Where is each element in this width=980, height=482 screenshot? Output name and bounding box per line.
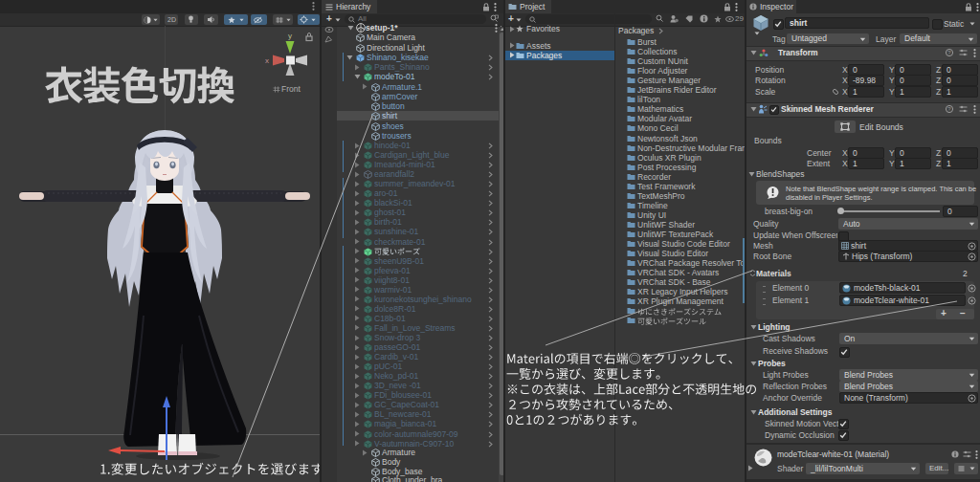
svg-text:y: y: [288, 32, 292, 40]
svg-text:x: x: [265, 56, 269, 65]
svg-text:?: ?: [947, 50, 951, 55]
svg-text:?: ?: [947, 106, 951, 112]
